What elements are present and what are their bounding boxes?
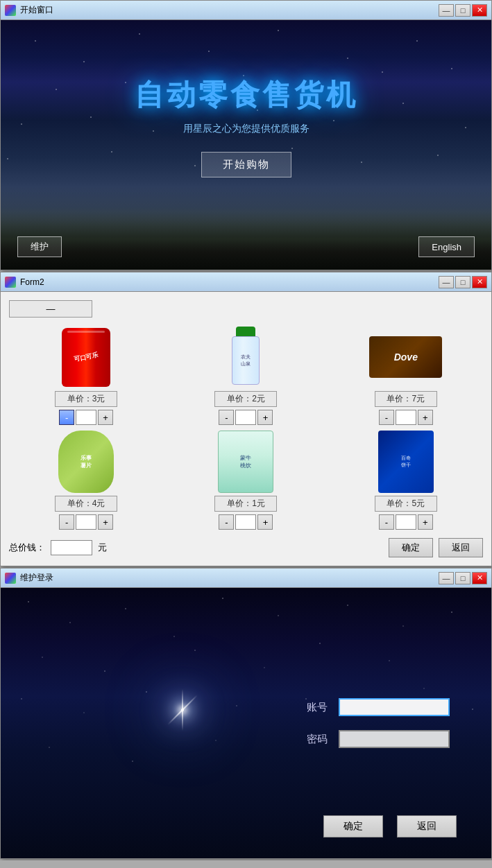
english-button[interactable]: English <box>418 236 475 257</box>
water-body: 农夫山泉 <box>232 336 260 385</box>
title-bar-win3: 维护登录 — □ ✕ <box>1 568 491 588</box>
peach-icon: 蒙牛桃饮 <box>218 431 273 493</box>
qty-plus-pocky[interactable]: + <box>418 514 433 530</box>
coke-icon <box>62 328 110 387</box>
product-image-peach: 蒙牛桃饮 <box>207 431 284 493</box>
login-form: 账号 密码 <box>300 698 450 748</box>
form2-content: — 单价：3元 - + 农夫山泉 <box>1 292 491 566</box>
qty-plus-coke[interactable]: + <box>98 410 113 425</box>
star-cross-icon <box>182 689 183 731</box>
qty-input-chips[interactable] <box>76 514 96 530</box>
product-image-dove <box>368 326 444 388</box>
total-label: 总价钱： <box>9 541 45 554</box>
price-label-dove: 单价：7元 <box>375 391 437 407</box>
win2-maximize-button[interactable]: □ <box>455 276 470 288</box>
chips-icon: 乐事薯片 <box>58 431 114 493</box>
password-row: 密码 <box>300 730 450 748</box>
confirm-button-login[interactable]: 确定 <box>323 815 383 837</box>
login-window: 维护登录 — □ ✕ 账号 密码 确定 返回 <box>0 568 492 859</box>
product-cell-pocky: 百奇饼干 单价：5元 - + <box>329 431 483 530</box>
account-input[interactable] <box>339 698 450 716</box>
back-button-login[interactable]: 返回 <box>397 815 457 837</box>
qty-minus-coke[interactable]: - <box>59 410 74 425</box>
back-button-form2[interactable]: 返回 <box>439 538 483 557</box>
win1-maximize-button[interactable]: □ <box>455 4 470 17</box>
starry-background: 自动零食售货机 用星辰之心为您提供优质服务 开始购物 维护 English <box>1 20 491 270</box>
password-label: 密码 <box>300 733 328 746</box>
qty-control-chips: - + <box>59 514 113 530</box>
account-row: 账号 <box>300 698 450 716</box>
title-bar-win2: Form2 — □ ✕ <box>1 272 491 292</box>
win2-controls: — □ ✕ <box>439 276 487 288</box>
price-label-chips: 单价：4元 <box>55 496 117 512</box>
start-window: 开始窗口 — □ ✕ 自动零食售货机 用星辰之心为您提供优质服务 开始购物 维护… <box>0 0 492 270</box>
qty-input-water[interactable] <box>235 410 256 425</box>
inserted-money-display: — <box>9 300 92 318</box>
form2-top: — <box>9 300 483 318</box>
qty-minus-peach[interactable]: - <box>219 514 234 530</box>
qty-plus-chips[interactable]: + <box>98 514 113 530</box>
win3-title: 维护登录 <box>20 572 439 584</box>
sub-title: 用星辰之心为您提供优质服务 <box>183 123 309 135</box>
qty-minus-water[interactable]: - <box>219 410 234 425</box>
product-image-coke <box>48 326 124 388</box>
win3-minimize-button[interactable]: — <box>439 572 454 584</box>
qty-minus-pocky[interactable]: - <box>379 514 394 530</box>
win2-close-button[interactable]: ✕ <box>472 276 487 288</box>
title-bar-win1: 开始窗口 — □ ✕ <box>1 1 491 20</box>
total-input[interactable] <box>51 540 92 555</box>
product-cell-water: 农夫山泉 单价：2元 - + <box>169 326 323 425</box>
qty-control-peach: - + <box>219 514 273 530</box>
mountain-overlay <box>1 186 491 270</box>
win1-controls: — □ ✕ <box>439 4 487 17</box>
maintain-button[interactable]: 维护 <box>17 236 62 257</box>
win1-title: 开始窗口 <box>20 4 439 16</box>
account-label: 账号 <box>300 701 328 714</box>
product-cell-peach: 蒙牛桃饮 单价：1元 - + <box>169 431 323 530</box>
login-bottom-buttons: 确定 返回 <box>323 815 457 837</box>
water-cap <box>236 327 255 336</box>
qty-input-coke[interactable] <box>76 410 96 425</box>
form2-window: Form2 — □ ✕ — 单价：3元 - + <box>0 272 492 566</box>
qty-minus-chips[interactable]: - <box>59 514 74 530</box>
form2-bottom: 总价钱： 元 确定 返回 <box>9 538 483 557</box>
product-image-pocky: 百奇饼干 <box>368 431 444 493</box>
yuan-label: 元 <box>98 541 107 554</box>
win3-close-button[interactable]: ✕ <box>472 572 487 584</box>
login-background: 账号 密码 确定 返回 <box>1 588 491 858</box>
qty-plus-dove[interactable]: + <box>418 410 433 425</box>
qty-plus-peach[interactable]: + <box>257 514 273 530</box>
product-cell-coke: 单价：3元 - + <box>9 326 163 425</box>
pocky-icon: 百奇饼干 <box>378 431 434 493</box>
products-grid: 单价：3元 - + 农夫山泉 单价：2元 - <box>9 326 483 530</box>
win2-minimize-button[interactable]: — <box>439 276 454 288</box>
win2-title: Form2 <box>20 277 439 287</box>
price-label-coke: 单价：3元 <box>55 391 117 407</box>
win3-icon <box>5 573 16 584</box>
product-image-chips: 乐事薯片 <box>48 431 124 493</box>
qty-minus-dove[interactable]: - <box>379 410 394 425</box>
product-cell-chips: 乐事薯片 单价：4元 - + <box>9 431 163 530</box>
confirm-button-form2[interactable]: 确定 <box>389 538 433 557</box>
qty-control-water: - + <box>219 410 273 425</box>
water-icon: 农夫山泉 <box>230 327 262 388</box>
win3-maximize-button[interactable]: □ <box>455 572 470 584</box>
qty-plus-water[interactable]: + <box>257 410 273 425</box>
win1-close-button[interactable]: ✕ <box>472 4 487 17</box>
password-input[interactable] <box>339 730 450 748</box>
dove-icon <box>369 336 442 378</box>
start-shopping-button[interactable]: 开始购物 <box>201 152 291 177</box>
qty-input-dove[interactable] <box>396 410 416 425</box>
product-cell-dove: 单价：7元 - + <box>329 326 483 425</box>
qty-input-peach[interactable] <box>235 514 256 530</box>
win1-icon <box>5 5 16 16</box>
win3-controls: — □ ✕ <box>439 572 487 584</box>
price-label-peach: 单价：1元 <box>214 496 277 512</box>
qty-input-pocky[interactable] <box>396 514 416 530</box>
main-title: 自动零食售货机 <box>135 76 358 114</box>
price-label-water: 单价：2元 <box>214 391 277 407</box>
price-label-pocky: 单价：5元 <box>375 496 437 512</box>
qty-control-dove: - + <box>379 410 433 425</box>
qty-control-coke: - + <box>59 410 113 425</box>
win1-minimize-button[interactable]: — <box>439 4 454 17</box>
